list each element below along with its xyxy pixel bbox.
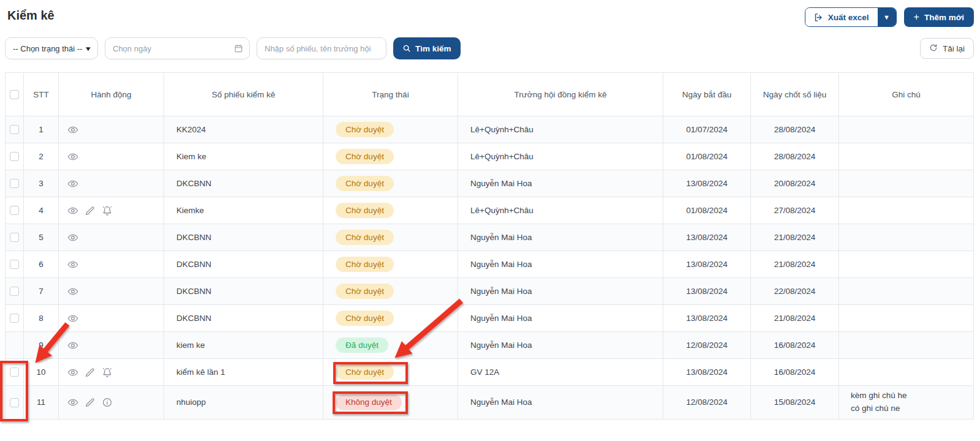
note-cell <box>839 143 974 170</box>
plus-icon: + <box>914 12 919 23</box>
column-header: Ghi chú <box>839 73 974 116</box>
row-actions-cell <box>59 305 164 332</box>
ticket-search-input[interactable] <box>257 37 386 59</box>
table-row: 10kiểm kê lần 1Chờ duyệtGV 12A13/08/2024… <box>6 359 974 386</box>
note-cell: kèm ghi chú he có ghi chú ne <box>839 386 974 420</box>
status-cell: Chờ duyệt <box>323 170 458 197</box>
row-checkbox[interactable] <box>10 260 19 269</box>
row-checkbox[interactable] <box>10 287 19 296</box>
info-circle-icon[interactable] <box>102 397 113 408</box>
close-date: 21/08/2024 <box>751 251 839 278</box>
row-index: 5 <box>24 224 59 251</box>
table-row: 4KiemkeChờ duyệtLê+Quỳnh+Châu01/08/20242… <box>6 197 974 224</box>
row-checkbox[interactable] <box>10 206 19 215</box>
row-checkbox[interactable] <box>10 398 19 407</box>
table-row: 9kiem keĐã duyệtNguyễn Mai Hoa12/08/2024… <box>6 332 974 359</box>
row-checkbox[interactable] <box>10 233 19 242</box>
close-date: 20/08/2024 <box>751 170 839 197</box>
close-date: 21/08/2024 <box>751 224 839 251</box>
note-cell <box>839 278 974 305</box>
row-checkbox-cell <box>6 359 24 386</box>
eye-icon[interactable] <box>67 286 78 297</box>
committee-leader: Lê+Quỳnh+Châu <box>458 116 663 143</box>
row-actions-cell <box>59 170 164 197</box>
inventory-table: STTHành độngSố phiếu kiểm kêTrạng tháiTr… <box>5 72 974 420</box>
select-all-checkbox[interactable] <box>10 90 19 99</box>
refresh-icon <box>929 43 938 54</box>
row-index: 4 <box>24 197 59 224</box>
eye-icon[interactable] <box>67 367 78 378</box>
table-row: 7DKCBNNChờ duyệtNguyễn Mai Hoa13/08/2024… <box>6 278 974 305</box>
eye-icon[interactable] <box>67 232 78 243</box>
ticket-code: KK2024 <box>164 116 323 143</box>
reload-button[interactable]: Tải lại <box>920 38 974 59</box>
row-checkbox-cell <box>6 305 24 332</box>
column-header: Số phiếu kiểm kê <box>164 73 323 116</box>
status-cell: Chờ duyệt <box>323 143 458 170</box>
row-checkbox-cell <box>6 143 24 170</box>
note-cell <box>839 197 974 224</box>
export-excel-split-button: Xuất excel ▼ <box>805 7 897 27</box>
row-checkbox-cell <box>6 278 24 305</box>
export-dropdown-caret[interactable]: ▼ <box>878 8 896 26</box>
date-filter-wrap <box>105 37 250 59</box>
eye-icon[interactable] <box>67 151 78 162</box>
committee-leader: Nguyễn Mai Hoa <box>458 170 663 197</box>
row-checkbox[interactable] <box>10 179 19 188</box>
eye-icon[interactable] <box>67 205 78 216</box>
row-actions-cell <box>59 278 164 305</box>
chevron-down-icon: ▼ <box>883 13 890 21</box>
start-date: 01/07/2024 <box>663 116 751 143</box>
row-index: 11 <box>24 386 59 420</box>
close-date: 28/08/2024 <box>751 116 839 143</box>
status-badge: Chờ duyệt <box>336 257 394 273</box>
status-cell: Chờ duyệt <box>323 359 458 386</box>
pencil-icon[interactable] <box>85 205 96 216</box>
eye-icon[interactable] <box>67 178 78 189</box>
row-index: 10 <box>24 359 59 386</box>
status-badge: Chờ duyệt <box>336 149 394 165</box>
status-cell: Không duyệt <box>323 386 458 420</box>
row-index: 9 <box>24 332 59 359</box>
pencil-icon[interactable] <box>85 367 96 378</box>
start-date: 13/08/2024 <box>663 170 751 197</box>
bell-icon[interactable] <box>102 205 113 216</box>
eye-icon[interactable] <box>67 259 78 270</box>
row-checkbox[interactable] <box>10 152 19 161</box>
eye-icon[interactable] <box>67 313 78 324</box>
eye-icon[interactable] <box>67 124 78 135</box>
pencil-icon[interactable] <box>85 397 96 408</box>
export-excel-button[interactable]: Xuất excel <box>805 8 878 26</box>
column-header: Trưởng hội đồng kiểm kê <box>458 73 663 116</box>
status-filter-select[interactable]: -- Chọn trạng thái -- ▼ <box>5 37 98 59</box>
row-actions-cell <box>59 116 164 143</box>
column-header: Hành động <box>59 73 164 116</box>
committee-leader: Nguyễn Mai Hoa <box>458 224 663 251</box>
row-index: 6 <box>24 251 59 278</box>
status-badge: Chờ duyệt <box>336 311 394 326</box>
status-cell: Chờ duyệt <box>323 251 458 278</box>
row-checkbox-cell <box>6 170 24 197</box>
bell-icon[interactable] <box>102 367 113 378</box>
committee-leader: Nguyễn Mai Hoa <box>458 251 663 278</box>
committee-leader: Nguyễn Mai Hoa <box>458 332 663 359</box>
eye-icon[interactable] <box>67 340 78 351</box>
eye-icon[interactable] <box>67 397 78 408</box>
row-checkbox[interactable] <box>10 125 19 134</box>
row-checkbox[interactable] <box>10 314 19 323</box>
row-checkbox[interactable] <box>10 368 19 377</box>
note-cell <box>839 305 974 332</box>
status-cell: Chờ duyệt <box>323 197 458 224</box>
date-filter-input[interactable] <box>105 37 250 59</box>
start-date: 01/08/2024 <box>663 143 751 170</box>
page-title: Kiểm kê <box>7 7 55 23</box>
row-actions-cell <box>59 197 164 224</box>
row-checkbox-cell <box>6 332 24 359</box>
add-new-button[interactable]: + Thêm mới <box>904 7 974 27</box>
start-date: 13/08/2024 <box>663 359 751 386</box>
status-badge: Không duyệt <box>336 394 402 410</box>
search-button[interactable]: Tìm kiếm <box>393 37 461 59</box>
status-badge: Chờ duyệt <box>336 230 394 246</box>
start-date: 12/08/2024 <box>663 386 751 420</box>
ticket-code: DKCBNN <box>164 170 323 197</box>
